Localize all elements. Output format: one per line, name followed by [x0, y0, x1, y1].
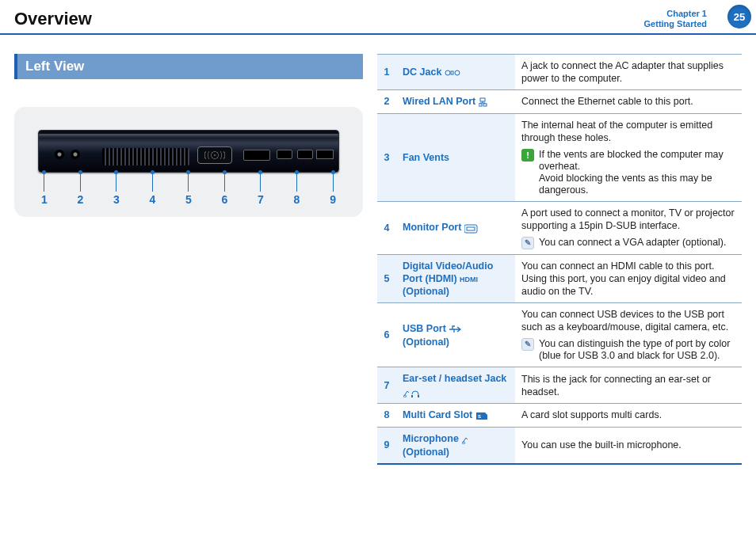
- table-row: 2Wired LAN Port Connect the Ethernet cab…: [377, 90, 742, 114]
- port-name: Digital Video/Audio Port (HDMI): [403, 260, 493, 284]
- row-number: 7: [377, 367, 396, 404]
- description-text: You can connect an HDMI cable to this po…: [521, 260, 735, 298]
- usb-port-shape-1: [277, 150, 292, 159]
- fan-vents-shape: [102, 148, 189, 165]
- callout-9: 9: [330, 173, 336, 209]
- description-text: The internal heat of the computer is emi…: [521, 119, 735, 144]
- callout-row: 1 2 3 4 5 6 7 8 9: [38, 173, 339, 209]
- warning-note: !If the vents are blocked the computer m…: [521, 149, 735, 196]
- monitor-icon: [464, 222, 483, 234]
- left-column: Left View 1 2 3 4 5 6 7 8 9: [14, 54, 363, 465]
- table-row: 6USB Port (Optional)You can connect USB …: [377, 303, 742, 367]
- description-text: You can use the built-in microphone.: [521, 439, 735, 451]
- row-description: You can connect USB devices to the USB p…: [515, 303, 742, 367]
- callout-1: 1: [41, 173, 48, 209]
- row-description: You can use the built-in microphone.: [515, 427, 742, 463]
- tip-note: ✎You can connect a VGA adapter (optional…: [521, 237, 735, 249]
- port-name: Microphone: [403, 433, 459, 444]
- port-name: Ear-set / headset Jack: [403, 373, 506, 384]
- warning-text: If the vents are blocked the computer ma…: [539, 149, 735, 196]
- row-label: Microphone (Optional): [396, 427, 515, 463]
- row-number: 2: [377, 90, 396, 114]
- headset-icon: [403, 386, 422, 398]
- callout-8: 8: [294, 173, 300, 209]
- dc-jack-icon: [445, 66, 464, 78]
- table-row: 3Fan VentsThe internal heat of the compu…: [377, 113, 742, 201]
- port-name: Wired LAN Port: [403, 96, 475, 107]
- row-number: 3: [377, 113, 396, 201]
- table-row: 8Multi Card Slot A card slot supports mu…: [377, 404, 742, 428]
- callout-2: 2: [78, 173, 84, 209]
- port-name: DC Jack: [403, 67, 441, 78]
- usb-icon: [449, 323, 468, 336]
- row-description: You can connect an HDMI cable to this po…: [515, 254, 742, 303]
- row-label: Fan Vents: [396, 113, 515, 201]
- row-number: 5: [377, 254, 396, 303]
- description-text: A card slot supports multi cards.: [521, 409, 735, 421]
- mic-icon: [461, 433, 480, 446]
- row-number: 9: [377, 427, 396, 463]
- callout-7: 7: [258, 173, 264, 209]
- callout-3: 3: [113, 173, 120, 209]
- port-table: 1DC Jack A jack to connect the AC adapte…: [377, 54, 742, 465]
- left-view-heading: Left View: [14, 54, 363, 79]
- description-text: You can connect USB devices to the USB p…: [521, 308, 735, 333]
- monitor-port-shape: [197, 146, 232, 164]
- row-label: USB Port (Optional): [396, 303, 515, 367]
- row-number: 6: [377, 303, 396, 367]
- callout-4: 4: [150, 173, 156, 209]
- tip-note: ✎You can distinguish the type of port by…: [521, 338, 735, 362]
- description-text: Connect the Ethernet cable to this port.: [521, 95, 735, 108]
- row-number: 4: [377, 201, 396, 254]
- table-row: 7Ear-set / headset Jack This is the jack…: [377, 367, 742, 404]
- description-text: A port used to connect a monitor, TV or …: [521, 207, 735, 232]
- page-number-badge: 25: [727, 5, 751, 29]
- tip-text: You can connect a VGA adapter (optional)…: [539, 237, 735, 249]
- port-name: Monitor Port: [403, 222, 461, 233]
- device-figure: 1 2 3 4 5 6 7 8 9: [14, 106, 363, 217]
- table-row: 5Digital Video/Audio Port (HDMI) (Option…: [377, 254, 742, 303]
- table-row: 1DC Jack A jack to connect the AC adapte…: [377, 55, 742, 90]
- row-label: Multi Card Slot: [396, 404, 515, 428]
- tip-text: You can distinguish the type of port by …: [539, 338, 735, 362]
- table-row: 4Monitor Port A port used to connect a m…: [377, 201, 742, 254]
- usb-port-shape-2: [297, 150, 313, 159]
- dc-jack-shape: [55, 150, 64, 159]
- description-text: This is the jack for connecting an ear-s…: [521, 373, 735, 398]
- sdcard-icon: [475, 409, 494, 422]
- right-column: 1DC Jack A jack to connect the AC adapte…: [377, 54, 742, 465]
- row-number: 8: [377, 404, 396, 428]
- port-suffix: (Optional): [403, 336, 449, 348]
- tip-icon: ✎: [521, 338, 534, 351]
- card-slot-shape: [316, 150, 334, 159]
- chapter-label: Chapter 1 Getting Started: [644, 9, 707, 29]
- row-description: A port used to connect a monitor, TV or …: [515, 201, 742, 254]
- port-suffix: (Optional): [403, 447, 449, 458]
- port-suffix: (Optional): [403, 286, 449, 297]
- row-description: A jack to connect the AC adapter that su…: [515, 55, 742, 90]
- lan-icon: [479, 96, 498, 108]
- port-name: USB Port: [403, 323, 446, 334]
- chapter-line1: Chapter 1: [644, 9, 707, 19]
- page-header: Overview Chapter 1 Getting Started 25: [0, 0, 756, 35]
- tip-icon: ✎: [521, 237, 534, 249]
- row-label: Ear-set / headset Jack: [396, 367, 515, 404]
- description-text: A jack to connect the AC adapter that su…: [521, 59, 735, 85]
- row-label: Wired LAN Port: [396, 90, 515, 114]
- callout-6: 6: [222, 173, 228, 209]
- chapter-line2: Getting Started: [644, 19, 707, 29]
- lan-port-shape: [71, 150, 80, 159]
- warning-icon: !: [521, 149, 534, 162]
- table-row: 9Microphone (Optional)You can use the bu…: [377, 427, 742, 463]
- laptop-left-side: [38, 130, 339, 173]
- port-name: Fan Vents: [403, 152, 449, 163]
- row-description: Connect the Ethernet cable to this port.: [515, 90, 742, 114]
- row-description: A card slot supports multi cards.: [515, 404, 742, 428]
- page-title: Overview: [14, 9, 92, 29]
- row-description: This is the jack for connecting an ear-s…: [515, 367, 742, 404]
- hdmi-port-shape: [243, 150, 270, 161]
- row-label: Monitor Port: [396, 201, 515, 254]
- row-number: 1: [377, 55, 396, 90]
- port-name: Multi Card Slot: [403, 409, 472, 420]
- row-label: Digital Video/Audio Port (HDMI) (Optiona…: [396, 254, 515, 303]
